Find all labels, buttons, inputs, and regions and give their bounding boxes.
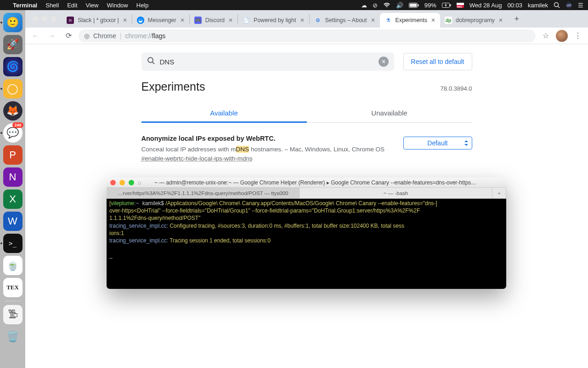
chrome-version: 78.0.3894.0	[441, 85, 472, 92]
spotlight-icon[interactable]	[554, 2, 560, 8]
dock-siri[interactable]: 🌀	[3, 57, 23, 76]
traffic-max[interactable]	[51, 16, 57, 22]
menu-window[interactable]: Window	[107, 2, 128, 9]
address-bar[interactable]: ◎ Chrome | chrome://flags	[79, 29, 536, 42]
terminal-title: ~ — admin@remote-unix-one:~ — Google Chr…	[145, 179, 503, 186]
tab-slack[interactable]: ⌗Slack | * gtxxor |✕	[62, 13, 132, 28]
dock-finder[interactable]: 🙂	[3, 13, 23, 32]
page-title: Experiments	[141, 80, 205, 93]
menu-help[interactable]: Help	[136, 2, 149, 9]
wifi-icon[interactable]	[383, 2, 390, 8]
window-controls	[27, 10, 62, 28]
svg-rect-2	[410, 4, 417, 7]
tab-messenger[interactable]: ◒Messenger✕	[132, 13, 189, 28]
tab-dobreprogramy[interactable]: dpdobreprogramy✕	[440, 13, 508, 28]
close-icon[interactable]: ✕	[180, 17, 185, 23]
flags-search[interactable]: ✕	[141, 52, 394, 71]
omnibox-label: Chrome	[93, 32, 116, 40]
traffic-min[interactable]	[119, 180, 125, 185]
flags-tabs: Available Unavailable	[141, 104, 472, 123]
flag-select[interactable]: Default	[403, 137, 472, 150]
home-icon: ⌂	[138, 179, 141, 186]
siri-icon[interactable]	[565, 2, 572, 9]
terminal-window: ⌂ ~ — admin@remote-unix-one:~ — Google C…	[107, 178, 506, 289]
menu-edit[interactable]: Edit	[67, 2, 77, 9]
app-menu[interactable]: Terminal	[13, 2, 37, 9]
back-button[interactable]: ←	[29, 29, 42, 42]
dock-onenote[interactable]: N	[3, 167, 23, 187]
dock-separator	[5, 301, 21, 301]
tab-available[interactable]: Available	[141, 104, 307, 122]
clear-search-icon[interactable]: ✕	[379, 57, 389, 67]
dock-terminal[interactable]: >_	[3, 234, 23, 253]
dock-trash[interactable]: 🗑️	[3, 327, 23, 346]
tab-lighttpd[interactable]: 📄Powered by light✕	[238, 13, 309, 28]
terminal-output[interactable]: [vileplume:~ kamilek$ /Applications/Goog…	[107, 199, 506, 289]
terminal-tab-1[interactable]: …rver/https%3A%2F%2F1.1.1.1%2Fdns-query/…	[107, 188, 300, 198]
search-icon	[147, 57, 155, 67]
reset-all-button[interactable]: Reset all to default	[403, 53, 472, 70]
terminal-titlebar[interactable]: ⌂ ~ — admin@remote-unix-one:~ — Google C…	[107, 178, 506, 188]
menubar-user[interactable]: kamilek	[528, 2, 548, 9]
terminal-tabbar: …rver/https%3A%2F%2F1.1.1.1%2Fdns-query/…	[107, 188, 506, 199]
volume-icon[interactable]: 🔊	[396, 2, 403, 9]
svg-rect-4	[450, 4, 451, 6]
dock-archive[interactable]: 🗜	[3, 305, 23, 324]
dock-app-teapot[interactable]: 🍵	[3, 256, 23, 275]
input-source-flag-icon[interactable]	[457, 3, 464, 8]
charging-icon	[442, 3, 451, 8]
close-icon[interactable]: ✕	[498, 17, 503, 23]
close-icon[interactable]: ✕	[371, 17, 375, 23]
dock-badge: 240	[12, 122, 23, 128]
reload-button[interactable]: ⟳	[62, 29, 75, 42]
flag-description: Conceal local IP addresses with mDNS hos…	[141, 145, 394, 154]
new-tab-button[interactable]: +	[510, 12, 523, 25]
profile-avatar[interactable]	[556, 30, 568, 42]
tab-experiments[interactable]: ⚗Experiments✕	[380, 13, 440, 28]
close-icon[interactable]: ✕	[300, 17, 305, 23]
tab-discord[interactable]: 🎮Discord✕	[190, 13, 237, 28]
terminal-tab-2[interactable]: ~ — -bash	[300, 188, 492, 198]
terminal-new-tab[interactable]: +	[492, 188, 506, 198]
forward-button[interactable]: →	[45, 29, 58, 42]
battery-icon[interactable]	[409, 3, 419, 8]
dock-powerpoint[interactable]: P	[3, 145, 23, 165]
dock-excel[interactable]: X	[3, 190, 23, 209]
dock: 🙂 🚀 🌀 ◯ 🦊 💬240 P N X W >_ 🍵 TEX 🗜 🗑️	[0, 10, 25, 368]
chrome-toolbar: ← → ⟳ ◎ Chrome | chrome://flags ☆ ⋮	[25, 28, 588, 44]
flag-entry: Anonymize local IPs exposed by WebRTC. C…	[141, 123, 472, 167]
svg-line-9	[153, 62, 154, 64]
traffic-close[interactable]	[33, 16, 38, 22]
flag-anchor-link[interactable]: #enable-webrtc-hide-local-ips-with-mdns	[141, 155, 253, 162]
dock-texshop[interactable]: TEX	[3, 278, 23, 297]
close-icon[interactable]: ✕	[123, 17, 127, 23]
tab-unavailable[interactable]: Unavailable	[307, 104, 472, 122]
battery-percent: 99%	[424, 2, 436, 9]
menubar-date[interactable]: Wed 28 Aug	[469, 2, 502, 9]
site-info-icon[interactable]: ◎	[84, 32, 90, 40]
menu-shell[interactable]: Shell	[45, 2, 59, 9]
svg-point-8	[148, 58, 153, 63]
chrome-tabstrip: ⌗Slack | * gtxxor |✕ ◒Messenger✕ 🎮Discor…	[25, 10, 588, 28]
cloud-icon[interactable]: ☁︎	[361, 2, 367, 9]
dock-word[interactable]: W	[3, 212, 23, 231]
flag-title: Anonymize local IPs exposed by WebRTC.	[141, 135, 394, 142]
traffic-close[interactable]	[110, 180, 116, 185]
close-icon[interactable]: ✕	[228, 17, 233, 23]
svg-point-5	[554, 3, 559, 7]
dock-launchpad[interactable]: 🚀	[3, 35, 23, 54]
close-icon[interactable]: ✕	[431, 17, 435, 23]
dnd-icon[interactable]: ⊘	[373, 2, 378, 9]
dock-firefox[interactable]: 🦊	[3, 101, 23, 121]
traffic-min[interactable]	[42, 16, 47, 22]
bookmark-star-icon[interactable]: ☆	[539, 31, 552, 40]
traffic-max[interactable]	[129, 180, 134, 185]
notification-center-icon[interactable]: ☰	[578, 2, 583, 9]
menu-view[interactable]: View	[86, 2, 99, 9]
menubar-time[interactable]: 00:03	[507, 2, 522, 9]
dock-messages[interactable]: 💬240	[3, 123, 23, 143]
tab-settings[interactable]: ⚙Settings – About✕	[310, 13, 380, 28]
dock-chrome-canary[interactable]: ◯	[3, 79, 23, 98]
chrome-menu-icon[interactable]: ⋮	[571, 31, 584, 40]
flags-search-input[interactable]	[160, 58, 374, 66]
